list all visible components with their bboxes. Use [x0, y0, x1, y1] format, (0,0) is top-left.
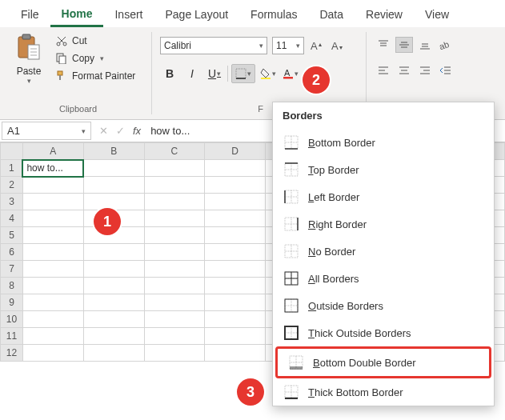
row-header-9[interactable]: 9: [1, 294, 23, 311]
copy-button[interactable]: Copy ▾: [53, 51, 138, 66]
italic-button[interactable]: I: [182, 64, 202, 83]
borders-button[interactable]: ▾: [231, 64, 255, 83]
annotation-step-3: 3: [237, 378, 264, 406]
row-header-6[interactable]: 6: [1, 244, 23, 261]
cell-A1[interactable]: how to...: [22, 160, 83, 177]
menu-insert[interactable]: Insert: [103, 3, 154, 26]
paste-button[interactable]: Paste ▾: [10, 34, 48, 102]
row-header-3[interactable]: 3: [1, 194, 23, 210]
borders-item-thick-bottom-border[interactable]: Thick Bottom Border: [273, 378, 494, 406]
border-icon: [284, 271, 299, 286]
enter-icon[interactable]: ✓: [116, 125, 125, 137]
bold-button[interactable]: B: [160, 64, 179, 83]
chevron-down-icon[interactable]: ▾: [295, 70, 299, 78]
cell[interactable]: [83, 160, 144, 177]
menu-review[interactable]: Review: [355, 3, 414, 26]
row-header-10[interactable]: 10: [1, 311, 23, 328]
borders-item-all-borders[interactable]: All Borders: [273, 265, 494, 292]
svg-rect-18: [236, 69, 246, 78]
row-header-5[interactable]: 5: [1, 227, 23, 244]
name-box-value: A1: [7, 125, 20, 137]
select-all-corner[interactable]: [1, 143, 23, 160]
menu-view[interactable]: View: [414, 3, 460, 26]
col-header-A[interactable]: A: [22, 143, 83, 160]
svg-rect-22: [283, 77, 293, 79]
cancel-icon[interactable]: ✕: [99, 125, 108, 137]
paste-label: Paste: [17, 66, 42, 77]
annotation-step-2: 2: [303, 66, 330, 94]
svg-text:A: A: [311, 40, 318, 51]
svg-rect-20: [261, 78, 271, 79]
svg-text:▾: ▾: [339, 44, 343, 51]
cut-button[interactable]: Cut: [53, 34, 138, 48]
underline-button[interactable]: U▾: [205, 64, 224, 83]
cell[interactable]: [22, 177, 83, 194]
row-header-7[interactable]: 7: [1, 261, 23, 278]
row-header-4[interactable]: 4: [1, 210, 23, 227]
borders-item-label: Top Border: [308, 164, 359, 176]
borders-item-bottom-border[interactable]: Bottom Border: [273, 129, 494, 156]
borders-item-no-border[interactable]: No Border: [273, 238, 494, 265]
svg-rect-1: [22, 34, 30, 39]
menu-data[interactable]: Data: [308, 3, 355, 26]
align-center-icon[interactable]: [395, 62, 413, 78]
font-size-select[interactable]: 11▾: [272, 37, 304, 54]
decrease-font-icon[interactable]: A▾: [330, 38, 346, 53]
row-header-2[interactable]: 2: [1, 177, 23, 194]
align-middle-icon[interactable]: [395, 37, 413, 53]
border-icon: [284, 385, 299, 399]
col-header-B[interactable]: B: [83, 143, 144, 160]
row-header-1[interactable]: 1: [1, 160, 23, 177]
menu-file[interactable]: File: [10, 3, 50, 26]
svg-text:A: A: [284, 68, 291, 78]
group-clipboard-label: Clipboard: [5, 104, 151, 114]
borders-item-left-border[interactable]: Left Border: [273, 183, 494, 210]
chevron-down-icon[interactable]: ▾: [259, 42, 263, 50]
increase-font-icon[interactable]: A▴: [309, 38, 325, 53]
font-color-button[interactable]: A▾: [281, 64, 300, 83]
chevron-down-icon[interactable]: ▾: [272, 70, 276, 78]
cell[interactable]: [144, 160, 205, 177]
border-icon: [284, 135, 299, 150]
borders-item-label: All Borders: [308, 273, 359, 285]
row-header-12[interactable]: 12: [1, 345, 23, 362]
fill-color-button[interactable]: ▾: [259, 64, 278, 83]
chevron-down-icon[interactable]: ▾: [296, 42, 300, 50]
fx-icon[interactable]: fx: [133, 125, 141, 137]
borders-item-label: Left Border: [308, 191, 359, 203]
align-left-icon[interactable]: [375, 62, 392, 78]
borders-item-thick-outside-borders[interactable]: Thick Outside Borders: [273, 319, 494, 346]
orientation-icon[interactable]: ab: [437, 37, 455, 53]
annotation-step-1: 1: [94, 208, 121, 235]
row-header-11[interactable]: 11: [1, 328, 23, 345]
borders-item-right-border[interactable]: Right Border: [273, 210, 494, 238]
col-header-D[interactable]: D: [205, 143, 266, 160]
group-clipboard: Paste ▾ Cut Copy ▾ Format Painter Clipbo…: [5, 32, 152, 114]
chevron-down-icon[interactable]: ▾: [100, 54, 104, 62]
menu-home[interactable]: Home: [50, 2, 104, 27]
decrease-indent-icon[interactable]: [437, 62, 455, 78]
row-header-8[interactable]: 8: [1, 278, 23, 294]
border-icon: [289, 355, 303, 370]
clipboard-side: Cut Copy ▾ Format Painter: [53, 34, 138, 102]
align-right-icon[interactable]: [416, 62, 434, 78]
chevron-down-icon[interactable]: ▾: [82, 127, 86, 135]
name-box[interactable]: A1▾: [2, 122, 91, 140]
border-icon: [284, 298, 299, 313]
border-icon: [284, 190, 299, 204]
chevron-down-icon[interactable]: ▾: [27, 77, 31, 85]
menu-formulas[interactable]: Formulas: [239, 3, 308, 26]
align-bottom-icon[interactable]: [416, 37, 434, 53]
chevron-down-icon[interactable]: ▾: [247, 70, 251, 78]
align-top-icon[interactable]: [375, 37, 392, 53]
cell[interactable]: [205, 160, 266, 177]
font-name-select[interactable]: Calibri▾: [160, 37, 267, 54]
svg-rect-12: [58, 71, 62, 75]
borders-item-bottom-double-border[interactable]: Bottom Double Border: [275, 346, 491, 378]
menu-pagelayout[interactable]: Page Layout: [154, 3, 239, 26]
formatpainter-button[interactable]: Format Painter: [53, 69, 138, 83]
col-header-C[interactable]: C: [144, 143, 205, 160]
borders-item-label: Right Border: [308, 218, 367, 230]
borders-item-top-border[interactable]: Top Border: [273, 156, 494, 183]
borders-item-outside-borders[interactable]: Outside Borders: [273, 292, 494, 319]
